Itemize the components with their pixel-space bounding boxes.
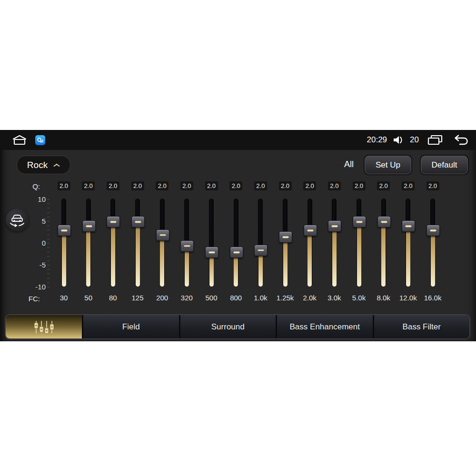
- handle-grip-line: [135, 221, 141, 223]
- handle-grip-line: [283, 236, 289, 238]
- q-value-badge-320[interactable]: 2.0: [180, 181, 193, 190]
- axis-label: -10: [18, 283, 46, 291]
- q-value-badge-800[interactable]: 2.0: [229, 181, 242, 190]
- q-value-badge-2.0k[interactable]: 2.0: [303, 181, 316, 190]
- eq-slider-handle-80[interactable]: [107, 216, 120, 228]
- axis-tick: [47, 247, 50, 248]
- axis-tick: [47, 238, 50, 239]
- axis-tick: [47, 208, 50, 208]
- car-icon: [9, 213, 25, 227]
- axis-tick: [47, 225, 50, 226]
- eq-slider-handle-8.0k[interactable]: [377, 216, 391, 228]
- back-icon[interactable]: [452, 134, 468, 146]
- eq-slider-handle-30[interactable]: [58, 225, 71, 236]
- axis-tick: [47, 203, 50, 204]
- clock: 20:29: [367, 135, 387, 145]
- q-value-badge-1.25k[interactable]: 2.0: [279, 181, 292, 190]
- fc-label-30: 30: [51, 294, 77, 302]
- q-value-badge-12.0k[interactable]: 2.0: [402, 181, 415, 190]
- axis-tick: [47, 282, 50, 283]
- fc-label-80: 80: [100, 294, 126, 302]
- fc-label-2.0k: 2.0k: [297, 294, 323, 302]
- eq-slider-fill: [381, 221, 386, 287]
- bottom-tab-bar: FieldSurroundBass EnhancementBass Filter: [5, 314, 470, 339]
- all-button[interactable]: All: [339, 156, 359, 173]
- eq-slider-handle-1.0k[interactable]: [254, 245, 268, 256]
- home-icon[interactable]: [12, 134, 27, 146]
- q-value-badge-80[interactable]: 2.0: [107, 181, 119, 190]
- eq-app-icon[interactable]: [35, 135, 45, 145]
- axis-tick: [47, 217, 50, 218]
- axis-tick: [47, 251, 50, 252]
- handle-grip-line: [381, 221, 387, 223]
- eq-slider-handle-800[interactable]: [230, 247, 243, 258]
- handle-grip-line: [86, 225, 92, 227]
- eq-slider-handle-3.0k[interactable]: [328, 220, 341, 232]
- equalizer-sliders-icon: [33, 319, 55, 335]
- fc-label-500: 500: [198, 294, 224, 302]
- eq-slider-handle-16.0k[interactable]: [426, 225, 440, 236]
- tab-field[interactable]: Field: [82, 315, 179, 338]
- handle-grip-line: [184, 245, 190, 247]
- handle-grip-line: [307, 230, 313, 232]
- eq-slider-handle-5.0k[interactable]: [353, 216, 366, 228]
- eq-slider-fill: [111, 221, 115, 287]
- axis-tick: [47, 234, 50, 235]
- q-value-badge-50[interactable]: 2.0: [82, 181, 95, 190]
- fc-row-label: FC:: [21, 295, 40, 303]
- handle-grip-line: [357, 221, 363, 223]
- eq-slider-handle-200[interactable]: [156, 229, 169, 241]
- q-value-badge-16.0k[interactable]: 2.0: [426, 181, 439, 190]
- handle-grip-line: [209, 252, 215, 254]
- eq-slider-fill: [160, 235, 164, 287]
- tab-equalizer[interactable]: [6, 315, 82, 338]
- axis-tick: [47, 260, 50, 261]
- eq-slider-fill: [62, 230, 66, 287]
- eq-slider-fill: [431, 230, 435, 287]
- eq-slider-handle-320[interactable]: [180, 240, 194, 252]
- head-unit-screen: 20:29 20 Rock: [0, 130, 476, 341]
- eq-slider-handle-125[interactable]: [131, 216, 145, 228]
- axis-tick: [47, 243, 50, 244]
- handle-grip-line: [61, 230, 68, 232]
- q-value-badge-5.0k[interactable]: 2.0: [353, 181, 366, 190]
- handle-grip-line: [430, 230, 436, 232]
- q-row-label: Q:: [21, 182, 40, 190]
- eq-slider-handle-2.0k[interactable]: [304, 225, 317, 236]
- fc-label-16.0k: 16.0k: [420, 294, 446, 302]
- car-position-button[interactable]: [6, 208, 29, 231]
- fc-label-125: 125: [125, 294, 150, 302]
- recents-icon[interactable]: [427, 135, 443, 145]
- q-value-badge-125[interactable]: 2.0: [131, 181, 144, 190]
- q-value-badge-1.0k[interactable]: 2.0: [254, 181, 267, 190]
- q-value-badge-500[interactable]: 2.0: [205, 181, 218, 190]
- eq-slider-handle-1.25k[interactable]: [279, 231, 292, 243]
- eq-slider-handle-12.0k[interactable]: [402, 220, 415, 232]
- fc-label-12.0k: 12.0k: [395, 294, 421, 302]
- q-value-badge-200[interactable]: 2.0: [156, 181, 169, 190]
- default-button[interactable]: Default: [421, 156, 468, 174]
- q-value-badge-30[interactable]: 2.0: [58, 181, 70, 190]
- fc-label-5.0k: 5.0k: [346, 294, 372, 302]
- eq-slider-handle-50[interactable]: [82, 220, 96, 232]
- handle-grip-line: [159, 234, 166, 236]
- preset-dropdown[interactable]: Rock: [17, 156, 70, 174]
- eq-slider-handle-500[interactable]: [205, 247, 218, 258]
- fc-label-8.0k: 8.0k: [371, 294, 397, 302]
- eq-slider-fill: [332, 226, 337, 287]
- axis-tick: [47, 212, 50, 213]
- speaker-icon[interactable]: [393, 135, 404, 145]
- q-value-badge-8.0k[interactable]: 2.0: [377, 181, 390, 190]
- axis-label: 0: [18, 239, 46, 248]
- tab-bass-filter[interactable]: Bass Filter: [373, 315, 470, 338]
- axis-label: 10: [18, 195, 46, 204]
- fc-label-800: 800: [223, 294, 249, 302]
- axis-tick: [47, 199, 50, 200]
- tab-surround[interactable]: Surround: [179, 315, 276, 338]
- setup-button[interactable]: Set Up: [365, 156, 411, 174]
- axis-tick: [47, 278, 50, 279]
- q-value-badge-3.0k[interactable]: 2.0: [328, 181, 341, 190]
- tab-bass-enhancement[interactable]: Bass Enhancement: [276, 315, 373, 338]
- axis-tick: [47, 229, 50, 230]
- axis-tick: [47, 269, 50, 270]
